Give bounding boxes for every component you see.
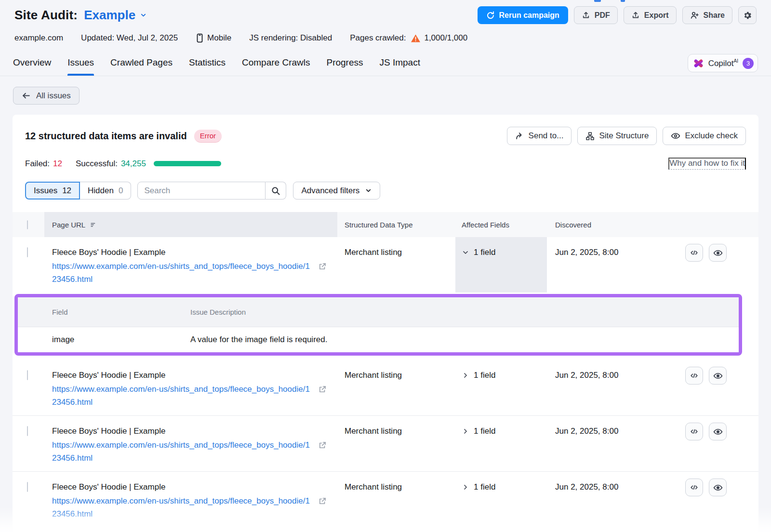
page-url-link[interactable]: https://www.example.com/en-us/shirts_and… [52,494,313,520]
row-checkbox[interactable] [27,370,28,380]
mobile-phone-icon [196,33,204,43]
discovered-date: Jun 2, 2025, 8:00 [555,248,618,257]
view-code-button[interactable] [685,423,703,440]
row-checkbox[interactable] [27,482,28,492]
page-title-text: Fleece Boys' Hoodie | Example [52,481,337,493]
tab-crawled-pages[interactable]: Crawled Pages [110,53,173,76]
affected-fields-toggle[interactable]: 1 field [455,369,547,380]
tab-statistics[interactable]: Statistics [189,53,226,76]
page-url-header-label: Page URL [52,221,85,229]
hide-issue-button[interactable] [709,479,727,496]
failed-value: 12 [53,159,62,169]
code-icon [690,248,699,257]
all-issues-back-button[interactable]: All issues [13,87,80,105]
affected-fields-value: 1 field [474,248,495,257]
tab-overview[interactable]: Overview [13,53,51,76]
column-header-type[interactable]: Structured Data Type [337,221,455,229]
tab-progress[interactable]: Progress [326,53,363,76]
external-link-icon[interactable] [318,441,327,450]
code-icon [690,371,699,380]
table-row: Fleece Boys' Hoodie | Example https://ww… [13,360,758,416]
affected-fields-toggle[interactable]: 1 field [455,425,547,436]
affected-fields-toggle[interactable]: 1 field [455,481,547,492]
issues-table: Page URL Structured Data Type Affected F… [13,212,758,527]
filter-toolbar: Issues 12 Hidden 0 Advanced filters [13,170,758,200]
advanced-filters-button[interactable]: Advanced filters [293,182,380,200]
issue-detail-row: image A value for the image field is req… [18,327,739,352]
main-tabs: Overview Issues Crawled Pages Statistics… [0,53,771,76]
project-selector[interactable]: Example [84,8,147,23]
external-link-icon[interactable] [318,497,327,505]
advanced-filters-label: Advanced filters [301,186,359,196]
tab-js-impact[interactable]: JS Impact [380,53,420,76]
column-header-fields[interactable]: Affected Fields [455,221,547,229]
share-label: Share [704,11,725,20]
tab-compare-crawls[interactable]: Compare Crawls [242,53,310,76]
affected-fields-toggle[interactable]: 1 field [455,246,547,257]
hidden-segment[interactable]: Hidden 0 [80,182,131,200]
success-progress-bar [154,161,221,166]
external-link-icon[interactable] [318,385,327,394]
column-header-discovered[interactable]: Discovered [547,221,758,229]
error-severity-badge: Error [194,130,222,143]
row-checkbox[interactable] [27,247,28,257]
view-code-button[interactable] [685,244,703,262]
issue-description-value: A value for the image field is required. [190,335,739,345]
chevron-down-icon [462,249,469,256]
rerun-campaign-button[interactable]: Rerun campaign [478,6,568,24]
why-how-fix-link[interactable]: Why and how to fix it [668,158,746,170]
site-structure-button[interactable]: Site Structure [577,127,657,145]
tab-issues[interactable]: Issues [67,53,94,76]
eye-icon [713,483,723,492]
search-box [137,182,286,200]
table-header-row: Page URL Structured Data Type Affected F… [13,212,758,237]
discovered-date: Jun 2, 2025, 8:00 [555,426,618,436]
structured-data-type: Merchant listing [337,425,455,465]
issues-segment[interactable]: Issues 12 [25,182,80,200]
hide-issue-button[interactable] [709,423,727,440]
fields-column-highlight [455,237,547,293]
exclude-check-label: Exclude check [685,131,738,141]
row-checkbox[interactable] [27,426,28,436]
affected-fields-value: 1 field [474,426,495,436]
external-link-icon[interactable] [318,262,327,271]
export-button[interactable]: Export [624,6,677,24]
discovered-date: Jun 2, 2025, 8:00 [555,482,618,492]
issues-segment-label: Issues [34,186,57,196]
chevron-right-icon [462,427,469,435]
exclude-check-button[interactable]: Exclude check [663,127,746,145]
view-code-button[interactable] [685,367,703,385]
warning-triangle-icon [411,34,421,43]
send-to-icon [515,132,524,141]
pdf-button[interactable]: PDF [574,6,618,24]
page-url-link[interactable]: https://www.example.com/en-us/shirts_and… [52,260,313,286]
structured-data-type: Merchant listing [337,369,455,409]
page-url-link[interactable]: https://www.example.com/en-us/shirts_and… [52,439,313,465]
column-header-page-url[interactable]: Page URL [44,212,337,237]
site-structure-label: Site Structure [599,131,649,141]
share-button[interactable]: Share [682,6,732,24]
issue-card: 12 structured data items are invalid Err… [13,115,758,532]
page-url-link[interactable]: https://www.example.com/en-us/shirts_and… [52,383,313,409]
hide-issue-button[interactable] [709,367,727,385]
chevron-right-icon [462,483,469,491]
view-code-button[interactable] [685,479,703,496]
hidden-segment-count: 0 [119,186,123,196]
search-input[interactable] [137,182,266,200]
discovered-date: Jun 2, 2025, 8:00 [555,371,618,380]
copilot-button[interactable]: CopilotAI 3 [688,54,758,72]
search-button[interactable] [266,182,286,200]
send-to-button[interactable]: Send to... [507,127,572,145]
settings-button[interactable] [738,6,757,24]
hide-issue-button[interactable] [709,244,727,262]
pages-crawled-label: Pages crawled: [350,33,406,43]
select-all-checkbox[interactable] [27,220,28,229]
table-row: Fleece Boys' Hoodie | Example https://ww… [13,416,758,472]
failed-label: Failed: [25,159,50,169]
device-label: Mobile [207,33,231,43]
issue-description-column-header: Issue Description [190,308,739,316]
code-icon [690,427,699,436]
eye-icon [713,371,723,381]
clipped-artifact [621,0,625,2]
gear-icon [743,11,752,20]
